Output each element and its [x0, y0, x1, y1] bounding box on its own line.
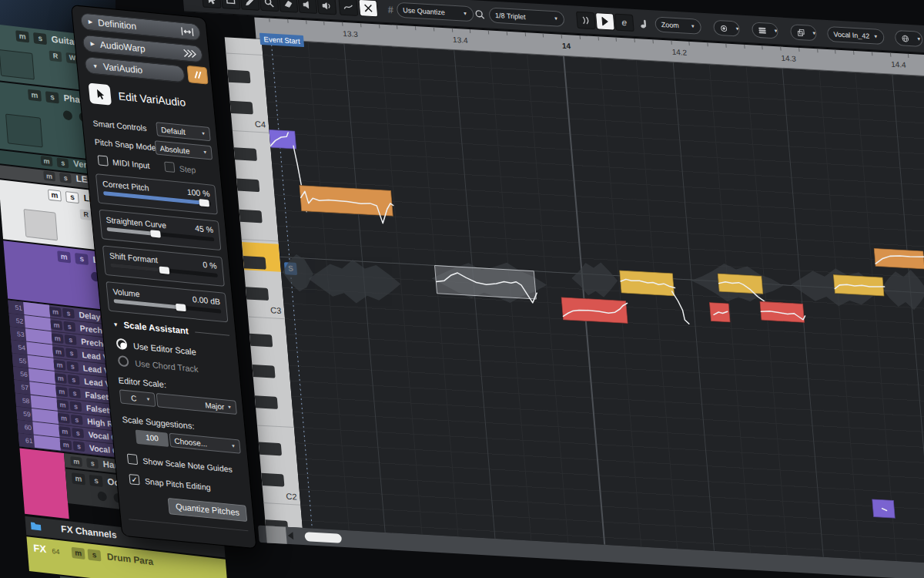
audition-tool[interactable]: [298, 0, 318, 14]
solo-button[interactable]: s: [89, 475, 103, 487]
solo-button[interactable]: s: [75, 253, 89, 265]
segments-mode-button[interactable]: [358, 0, 378, 17]
solo-button[interactable]: s: [33, 32, 47, 45]
piano-key-black[interactable]: [230, 101, 253, 115]
choose-scale-dropdown[interactable]: Choose... ▼: [169, 433, 240, 454]
piano-key-black[interactable]: [252, 365, 275, 378]
event-start-flag[interactable]: Event Start: [259, 33, 304, 47]
smart-controls-dropdown[interactable]: Default ▼: [156, 122, 210, 141]
solo-button[interactable]: s: [59, 173, 72, 183]
mute-button[interactable]: m: [72, 472, 85, 485]
piano-key-black[interactable]: [261, 473, 284, 487]
piano-key-black[interactable]: [246, 287, 269, 301]
edit-active-only-button[interactable]: e: [614, 14, 634, 32]
segment-yellow-3[interactable]: [833, 274, 885, 297]
view-options-dropdown[interactable]: ▼: [713, 20, 741, 37]
slider-handle[interactable]: [199, 199, 209, 207]
piano-key-black[interactable]: [259, 442, 282, 456]
solo-button[interactable]: s: [57, 158, 69, 169]
step-checkbox[interactable]: [164, 162, 175, 173]
slider-handle[interactable]: [176, 304, 186, 311]
piano-key-black[interactable]: [227, 70, 250, 84]
erase-tool[interactable]: [279, 0, 299, 13]
scrub-tool[interactable]: [317, 0, 337, 15]
solo-button[interactable]: s: [45, 91, 59, 103]
acoustic-feedback-button[interactable]: [595, 12, 615, 30]
note-display-grid[interactable]: S: [262, 39, 924, 566]
scale-key-dropdown[interactable]: C ▼: [119, 389, 156, 407]
mute-button[interactable]: m: [48, 189, 62, 201]
segment-yellow-2[interactable]: [718, 273, 764, 294]
zoom-menu-dropdown[interactable]: Zoom ▼: [654, 16, 702, 34]
midi-input-checkbox[interactable]: [98, 155, 109, 166]
shift-formant-slider[interactable]: Shift Formant0 %: [102, 245, 225, 286]
segment-red-2[interactable]: [759, 301, 805, 323]
read-automation-button[interactable]: R: [49, 50, 62, 62]
piano-key-black[interactable]: [243, 256, 266, 270]
mute-button[interactable]: m: [59, 426, 71, 437]
mute-button[interactable]: m: [52, 333, 64, 344]
sibilance-detection-button[interactable]: [576, 12, 596, 29]
quantize-icon-button[interactable]: [470, 5, 490, 23]
edit-variaudio-tool-button[interactable]: [89, 83, 112, 106]
use-quantize-dropdown[interactable]: Use Quantize ▼: [396, 2, 474, 22]
mute-button[interactable]: m: [57, 250, 71, 263]
piano-key-black[interactable]: [239, 210, 262, 223]
segment-orange-2[interactable]: [873, 248, 924, 270]
segment-purple-small[interactable]: [872, 499, 896, 519]
draw-tool[interactable]: [240, 0, 260, 11]
midi-reference-button[interactable]: [634, 15, 654, 32]
slider-handle[interactable]: [150, 230, 161, 237]
mute-button[interactable]: m: [28, 89, 42, 102]
show-pitch-curve-button[interactable]: [338, 0, 358, 16]
segment-gray-selected[interactable]: [434, 265, 537, 299]
solo-button[interactable]: s: [65, 191, 79, 203]
solo-button[interactable]: s: [71, 415, 83, 425]
mute-button[interactable]: m: [55, 386, 68, 397]
solo-button[interactable]: s: [87, 549, 101, 561]
mute-button[interactable]: m: [49, 307, 62, 318]
solo-button[interactable]: s: [63, 321, 75, 332]
pitch-snap-dropdown[interactable]: Absolute ▼: [155, 140, 213, 160]
solo-button[interactable]: s: [69, 388, 81, 398]
record-enable-icon[interactable]: [62, 110, 72, 121]
show-scale-note-guides-checkbox[interactable]: [127, 454, 138, 465]
segment-red-small[interactable]: [709, 302, 731, 323]
global-tracks-dropdown[interactable]: ▼: [894, 30, 923, 47]
solo-button[interactable]: s: [73, 441, 85, 452]
clip-layers-dropdown[interactable]: ▼: [790, 24, 818, 41]
straighten-curve-slider[interactable]: Straighten Curve45 %: [99, 210, 221, 250]
correct-pitch-slider[interactable]: Correct Pitch100 %: [95, 173, 218, 214]
use-editor-scale-radio[interactable]: [116, 338, 127, 351]
object-selection-tool[interactable]: [202, 0, 222, 8]
quantize-preset-dropdown[interactable]: 1/8 Triplet ▼: [488, 7, 565, 27]
solo-button[interactable]: s: [68, 375, 80, 385]
solo-button[interactable]: s: [70, 401, 82, 412]
range-selection-tool[interactable]: [221, 0, 241, 9]
track-lanes-dropdown[interactable]: ▼: [752, 22, 779, 39]
piano-key-black[interactable]: [234, 147, 257, 161]
solo-button[interactable]: s: [66, 361, 79, 372]
solo-button[interactable]: s: [86, 458, 99, 469]
piano-key-black[interactable]: [255, 395, 278, 409]
mute-button[interactable]: m: [54, 360, 66, 371]
solo-button[interactable]: s: [65, 334, 77, 345]
mute-button[interactable]: m: [58, 413, 70, 424]
scroll-left-arrow-icon[interactable]: [287, 532, 293, 539]
part-selector-dropdown[interactable]: Vocal In_42 (Vo. ▼: [827, 26, 886, 45]
mute-button[interactable]: m: [70, 456, 82, 467]
record-enable-icon[interactable]: [97, 491, 107, 502]
volume-slider[interactable]: Volume0.00 dB: [105, 281, 228, 322]
solo-button[interactable]: s: [65, 348, 78, 358]
scale-assistant-header[interactable]: ▼ Scale Assistant: [112, 319, 229, 340]
mute-button[interactable]: m: [57, 400, 69, 411]
snap-pitch-editing-checkbox[interactable]: ✓: [129, 474, 139, 485]
segment-red-1[interactable]: [561, 297, 628, 324]
scrollbar-thumb[interactable]: [304, 532, 342, 543]
slider-handle[interactable]: [159, 267, 170, 274]
segment-orange-1[interactable]: [299, 185, 393, 217]
section-variaudio[interactable]: ▼ VariAudio: [84, 56, 186, 83]
use-chord-track-radio[interactable]: [118, 355, 129, 368]
solo-button[interactable]: s: [62, 308, 75, 319]
mute-button[interactable]: m: [43, 171, 55, 182]
